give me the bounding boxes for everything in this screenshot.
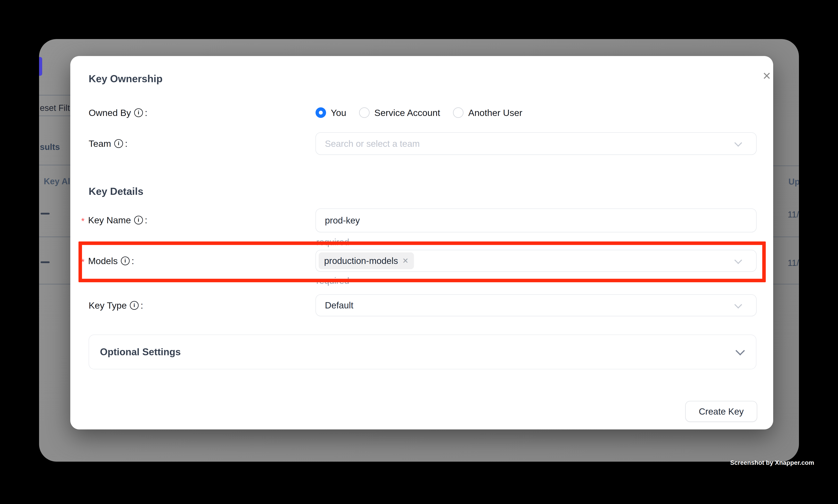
- results-count-partial: sults: [40, 142, 60, 152]
- remove-tag-icon[interactable]: ✕: [402, 256, 408, 265]
- models-select[interactable]: production-models ✕: [316, 250, 756, 272]
- chevron-down-icon: [734, 301, 742, 309]
- bg-divider: [773, 284, 799, 284]
- create-key-button[interactable]: Create Key: [685, 401, 757, 422]
- close-icon[interactable]: ✕: [761, 70, 773, 82]
- chevron-down-icon: [735, 346, 745, 356]
- info-icon: i: [130, 301, 139, 310]
- updated-column-header-partial: Up: [788, 177, 799, 186]
- radio-selected-icon[interactable]: [316, 107, 326, 118]
- owned-by-label-row: Owned By i :: [89, 106, 147, 119]
- key-type-value: Default: [325, 300, 353, 310]
- xnapper-watermark: Screenshot by Xnapper.com: [730, 459, 814, 466]
- section-title-key-ownership: Key Ownership: [89, 73, 163, 85]
- key-type-select[interactable]: Default: [316, 294, 756, 316]
- bg-divider: [39, 165, 71, 165]
- info-icon: i: [114, 139, 123, 148]
- key-name-input[interactable]: prod-key: [316, 209, 756, 232]
- models-required-message: required: [316, 275, 349, 286]
- key-type-label: Key Type: [89, 300, 127, 311]
- models-label: Models: [88, 255, 118, 266]
- chevron-down-icon: [734, 139, 742, 147]
- key-name-label-row: * Key Name i :: [81, 214, 147, 226]
- team-select-placeholder: Search or select a team: [325, 138, 420, 149]
- bg-divider: [39, 237, 71, 237]
- label-colon: :: [125, 138, 127, 149]
- info-icon: i: [134, 108, 143, 117]
- create-new-key-button-partial: [39, 57, 42, 76]
- bg-divider: [39, 115, 71, 116]
- selected-model-tag-label: production-models: [324, 255, 398, 266]
- label-colon: :: [131, 255, 134, 266]
- radio-label: Service Account: [374, 107, 440, 118]
- info-icon: i: [134, 216, 143, 224]
- team-label-row: Team i :: [89, 137, 127, 150]
- table-cell-dash: [41, 262, 50, 263]
- models-label-row: * Models i :: [81, 254, 134, 267]
- label-colon: :: [145, 107, 147, 118]
- owned-by-label: Owned By: [89, 107, 131, 118]
- owned-by-radio-group: You Service Account Another User: [316, 106, 522, 119]
- table-cell-date-partial: 11/: [788, 210, 799, 219]
- table-cell-dash: [41, 213, 50, 215]
- bg-divider: [773, 165, 799, 166]
- reset-filters-button-partial: eset Filt: [40, 103, 70, 113]
- required-asterisk: *: [81, 257, 85, 267]
- section-title-key-details: Key Details: [89, 185, 143, 197]
- key-name-required-message: required: [316, 237, 349, 247]
- radio-label: You: [331, 107, 346, 118]
- team-select[interactable]: Search or select a team: [316, 132, 756, 155]
- create-key-modal: Key Ownership ✕ Owned By i : You Service…: [70, 56, 773, 429]
- key-type-label-row: Key Type i :: [89, 299, 143, 311]
- selected-model-tag: production-models ✕: [319, 252, 414, 269]
- radio-option-service-account[interactable]: Service Account: [359, 107, 440, 118]
- radio-option-another-user[interactable]: Another User: [453, 107, 522, 118]
- label-colon: :: [141, 300, 143, 311]
- team-label: Team: [89, 138, 111, 149]
- radio-unselected-icon[interactable]: [359, 107, 370, 118]
- label-colon: :: [145, 215, 147, 226]
- radio-option-you[interactable]: You: [316, 107, 346, 118]
- table-cell-date-partial: 11/: [788, 258, 799, 268]
- radio-unselected-icon[interactable]: [453, 107, 464, 118]
- bg-divider: [39, 284, 71, 284]
- info-icon: i: [121, 256, 130, 265]
- radio-label: Another User: [468, 107, 522, 118]
- chevron-down-icon: [734, 256, 742, 264]
- bg-divider: [39, 95, 71, 95]
- key-name-label: Key Name: [88, 215, 131, 226]
- optional-settings-title: Optional Settings: [100, 346, 181, 358]
- bg-divider: [773, 237, 799, 237]
- key-name-value: prod-key: [325, 215, 360, 226]
- required-asterisk: *: [81, 216, 85, 226]
- optional-settings-panel[interactable]: Optional Settings: [89, 335, 756, 369]
